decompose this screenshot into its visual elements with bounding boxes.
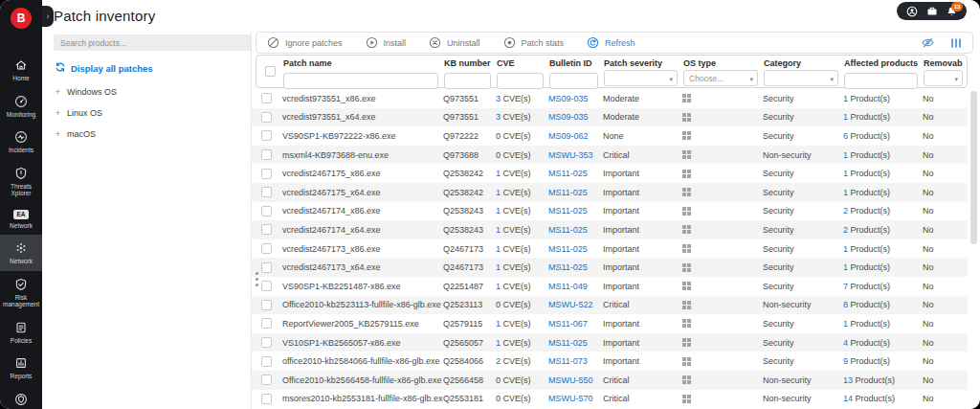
ignore-patches-button[interactable]: Ignore patches xyxy=(267,36,343,49)
bulletin-link[interactable]: MSWU-570 xyxy=(548,394,593,403)
tree-item-macos[interactable]: +macOS xyxy=(55,124,245,145)
display-all-patches-button[interactable]: Display all patches xyxy=(55,61,153,75)
products-count[interactable]: 1 xyxy=(843,112,848,122)
row-checkbox[interactable] xyxy=(261,394,272,404)
columns-icon[interactable] xyxy=(950,37,962,49)
products-count[interactable]: 1 xyxy=(843,244,848,254)
products-count[interactable]: 14 xyxy=(843,394,853,403)
products-count[interactable]: 1 xyxy=(843,150,848,160)
cve-count[interactable]: 1 xyxy=(496,262,501,272)
sidebar-item-network[interactable]: Network xyxy=(0,235,42,271)
table-row[interactable]: ReportViewer2005_KB2579115.exeQ25791151 … xyxy=(252,314,968,333)
os-type-filter-select[interactable]: Choose...▾ xyxy=(683,70,758,86)
bulletin-link[interactable]: MS11-025 xyxy=(548,206,588,216)
cve-count[interactable]: 1 xyxy=(496,319,501,329)
removable-filter-select[interactable]: ▾ xyxy=(924,70,963,86)
expand-plus-icon[interactable]: + xyxy=(55,87,61,97)
hide-columns-icon[interactable] xyxy=(921,36,935,49)
sidebar-item-network[interactable]: EANetwork xyxy=(0,203,42,236)
category-filter-select[interactable]: ▾ xyxy=(764,70,838,86)
products-count[interactable]: 1 xyxy=(843,169,848,178)
row-checkbox[interactable] xyxy=(261,206,272,216)
cve-count[interactable]: 1 xyxy=(496,338,501,348)
brand-logo[interactable]: B xyxy=(11,8,32,29)
products-count[interactable]: 6 xyxy=(843,131,848,141)
bulletin-link[interactable]: MS11-025 xyxy=(548,244,588,254)
sidebar-item-sandbox-icon[interactable] xyxy=(0,386,42,409)
cve-count[interactable]: 1 xyxy=(496,282,501,291)
sidebar-item-incidents[interactable]: Incidents xyxy=(0,124,42,160)
table-row[interactable]: vcredist2467175_x64.exeQ25382421 CVE(s)M… xyxy=(252,183,968,202)
sidebar-item-risk-management[interactable]: Risk management xyxy=(0,271,42,314)
table-row[interactable]: Office2010-kb2523113-fullfile-x86-glb.ex… xyxy=(252,296,968,315)
bulletin-link[interactable]: MS11-025 xyxy=(548,262,588,272)
products-count[interactable]: 4 xyxy=(843,338,848,348)
cve-filter-input[interactable] xyxy=(497,73,544,89)
bulletin-id-filter-input[interactable] xyxy=(549,73,598,89)
company-icon[interactable] xyxy=(926,6,938,16)
affected-products-filter-input[interactable] xyxy=(844,73,918,89)
table-row[interactable]: vcredist2467174_x64.exeQ25382431 CVE(s)M… xyxy=(252,220,968,239)
cve-count[interactable]: 1 xyxy=(496,244,501,254)
bulletin-link[interactable]: MS09-062 xyxy=(548,131,589,141)
table-row[interactable]: vcredist973551_x86.exeQ9735513 CVE(s)MS0… xyxy=(252,89,968,108)
uninstall-button[interactable]: Uninstall xyxy=(429,36,480,49)
kb-number-filter-input[interactable] xyxy=(444,73,491,89)
patch-severity-filter-select[interactable]: ▾ xyxy=(604,70,678,86)
expand-plus-icon[interactable]: + xyxy=(55,108,61,118)
row-checkbox[interactable] xyxy=(261,375,272,385)
cve-count[interactable]: 2 xyxy=(496,356,501,366)
products-count[interactable]: 2 xyxy=(843,206,848,216)
sidebar-item-monitoring[interactable]: Monitoring xyxy=(0,88,42,125)
table-row[interactable]: vcredist2467173_x64.exeQ24671731 CVE(s)M… xyxy=(252,258,968,277)
cve-count[interactable]: 1 xyxy=(496,169,501,178)
row-checkbox[interactable] xyxy=(261,187,272,197)
patch-stats-button[interactable]: Patch stats xyxy=(503,36,565,49)
table-row[interactable]: vcredist2467175_x86.exeQ25382421 CVE(s)M… xyxy=(252,164,968,183)
panel-resize-handle[interactable] xyxy=(254,272,259,289)
table-row[interactable]: vcredist973551_x64.exeQ9735513 CVE(s)MS0… xyxy=(252,108,968,127)
products-count[interactable]: 7 xyxy=(843,282,848,291)
bulletin-link[interactable]: MSWU-550 xyxy=(548,375,593,385)
user-icon[interactable] xyxy=(906,6,918,17)
row-checkbox[interactable] xyxy=(261,356,272,367)
products-count[interactable]: 8 xyxy=(843,300,848,309)
scrollbar-thumb[interactable] xyxy=(970,91,977,244)
bulletin-link[interactable]: MS11-025 xyxy=(548,188,588,197)
sidebar-item-threats-xplorer[interactable]: Threats Xplorer xyxy=(0,160,42,203)
row-checkbox[interactable] xyxy=(261,318,272,329)
select-all-checkbox[interactable] xyxy=(265,66,276,77)
row-checkbox[interactable] xyxy=(261,243,272,254)
products-count[interactable]: 9 xyxy=(843,356,848,366)
products-count[interactable]: 1 xyxy=(843,94,848,103)
row-checkbox[interactable] xyxy=(261,337,272,348)
cve-count[interactable]: 1 xyxy=(496,206,501,216)
row-checkbox[interactable] xyxy=(261,300,272,310)
products-count[interactable]: 1 xyxy=(843,188,848,197)
sidebar-item-reports[interactable]: Reports xyxy=(0,350,42,386)
table-row[interactable]: Office2010-kb2566458-fullfile-x86-glb.ex… xyxy=(252,371,968,390)
table-row[interactable]: vcredist2467173_x86.exeQ24671731 CVE(s)M… xyxy=(252,239,968,259)
products-count[interactable]: 1 xyxy=(843,262,848,272)
bulletin-link[interactable]: MS11-025 xyxy=(548,225,588,235)
row-checkbox[interactable] xyxy=(261,262,272,273)
search-input[interactable] xyxy=(54,34,252,51)
bulletin-link[interactable]: MSWU-353 xyxy=(548,150,593,160)
row-checkbox[interactable] xyxy=(261,224,272,235)
bulletin-link[interactable]: MS11-073 xyxy=(548,356,588,366)
products-count[interactable]: 1 xyxy=(843,319,848,329)
row-checkbox[interactable] xyxy=(261,169,272,179)
notifications-icon[interactable]: 13 xyxy=(947,6,957,17)
bulletin-link[interactable]: MSWU-522 xyxy=(548,300,593,309)
table-row[interactable]: VS90SP1-KB972222-x86.exeQ9722220 CVE(s)M… xyxy=(252,126,968,146)
sidebar-expand-button[interactable]: › xyxy=(42,6,54,27)
table-row[interactable]: msxml4-KB973688-enu.exeQ9736880 CVE(s)MS… xyxy=(252,146,968,165)
tree-item-linux-os[interactable]: +Linux OS xyxy=(55,102,245,124)
install-button[interactable]: Install xyxy=(366,36,407,49)
refresh-button[interactable]: Refresh xyxy=(587,36,635,49)
row-checkbox[interactable] xyxy=(261,112,272,123)
cve-count[interactable]: 1 xyxy=(496,225,501,235)
bulletin-link[interactable]: MS09-035 xyxy=(548,112,589,122)
table-row[interactable]: vcredist2467174_x86.exeQ25382431 CVE(s)M… xyxy=(252,202,968,221)
patch-name-filter-input[interactable] xyxy=(283,73,438,89)
